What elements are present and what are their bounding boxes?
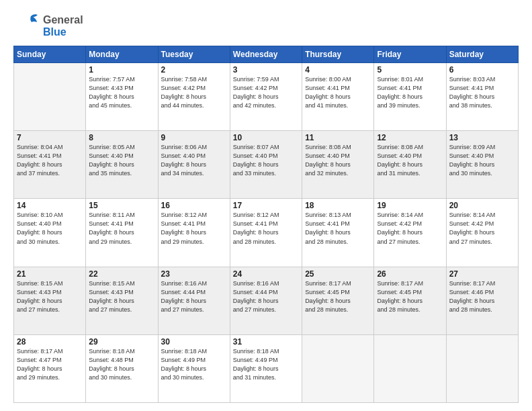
day-number: 20 [449, 201, 515, 210]
day-number: 5 [377, 65, 443, 75]
calendar-week-row: 14Sunrise: 8:10 AM Sunset: 4:40 PM Dayli… [14, 199, 519, 267]
day-info: Sunrise: 8:01 AM Sunset: 4:41 PM Dayligh… [377, 75, 443, 110]
day-info: Sunrise: 8:18 AM Sunset: 4:48 PM Dayligh… [89, 347, 154, 382]
calendar-cell: 23Sunrise: 8:16 AM Sunset: 4:44 PM Dayli… [158, 267, 230, 334]
calendar-cell: 31Sunrise: 8:18 AM Sunset: 4:49 PM Dayli… [230, 334, 302, 402]
calendar-cell: 22Sunrise: 8:15 AM Sunset: 4:43 PM Dayli… [86, 267, 158, 334]
calendar-header-tuesday: Tuesday [158, 46, 230, 63]
day-number: 2 [161, 65, 227, 75]
day-number: 30 [161, 337, 227, 347]
calendar-cell: 3Sunrise: 7:59 AM Sunset: 4:42 PM Daylig… [230, 63, 302, 131]
day-info: Sunrise: 7:57 AM Sunset: 4:43 PM Dayligh… [89, 75, 154, 110]
header: General Blue [13, 12, 519, 40]
day-info: Sunrise: 8:17 AM Sunset: 4:45 PM Dayligh… [377, 279, 443, 314]
calendar-cell: 11Sunrise: 8:08 AM Sunset: 4:40 PM Dayli… [302, 131, 374, 199]
calendar-cell: 16Sunrise: 8:12 AM Sunset: 4:41 PM Dayli… [158, 199, 230, 267]
calendar-week-row: 7Sunrise: 8:04 AM Sunset: 4:41 PM Daylig… [14, 131, 519, 199]
day-number: 16 [161, 201, 227, 210]
calendar-week-row: 28Sunrise: 8:17 AM Sunset: 4:47 PM Dayli… [14, 334, 519, 402]
calendar-cell [446, 334, 518, 402]
day-number: 14 [17, 201, 83, 210]
calendar-header-saturday: Saturday [446, 46, 518, 63]
calendar-header-wednesday: Wednesday [230, 46, 302, 63]
day-number: 21 [17, 269, 83, 279]
calendar-cell [14, 63, 86, 131]
calendar-header-monday: Monday [86, 46, 158, 63]
calendar-cell: 10Sunrise: 8:07 AM Sunset: 4:40 PM Dayli… [230, 131, 302, 199]
day-number: 11 [305, 133, 371, 142]
day-info: Sunrise: 8:08 AM Sunset: 4:40 PM Dayligh… [377, 143, 443, 178]
calendar-cell: 24Sunrise: 8:16 AM Sunset: 4:44 PM Dayli… [230, 267, 302, 334]
day-info: Sunrise: 7:58 AM Sunset: 4:42 PM Dayligh… [161, 75, 227, 110]
day-info: Sunrise: 7:59 AM Sunset: 4:42 PM Dayligh… [233, 75, 299, 110]
calendar-cell: 6Sunrise: 8:03 AM Sunset: 4:41 PM Daylig… [446, 63, 518, 131]
calendar-cell: 2Sunrise: 7:58 AM Sunset: 4:42 PM Daylig… [158, 63, 230, 131]
day-number: 1 [89, 65, 154, 75]
calendar-week-row: 21Sunrise: 8:15 AM Sunset: 4:43 PM Dayli… [14, 267, 519, 334]
day-number: 22 [89, 269, 154, 279]
day-info: Sunrise: 8:18 AM Sunset: 4:49 PM Dayligh… [161, 347, 227, 382]
day-number: 10 [233, 133, 299, 142]
day-number: 24 [233, 269, 299, 279]
calendar-cell: 8Sunrise: 8:05 AM Sunset: 4:40 PM Daylig… [86, 131, 158, 199]
calendar-cell: 21Sunrise: 8:15 AM Sunset: 4:43 PM Dayli… [14, 267, 86, 334]
day-number: 12 [377, 133, 443, 142]
day-info: Sunrise: 8:18 AM Sunset: 4:49 PM Dayligh… [233, 347, 299, 382]
calendar-header-friday: Friday [374, 46, 446, 63]
day-number: 31 [233, 337, 299, 347]
day-info: Sunrise: 8:09 AM Sunset: 4:40 PM Dayligh… [449, 143, 515, 178]
day-number: 26 [377, 269, 443, 279]
calendar-cell: 15Sunrise: 8:11 AM Sunset: 4:41 PM Dayli… [86, 199, 158, 267]
day-info: Sunrise: 8:04 AM Sunset: 4:41 PM Dayligh… [17, 143, 83, 178]
calendar-cell: 9Sunrise: 8:06 AM Sunset: 4:40 PM Daylig… [158, 131, 230, 199]
calendar-cell: 1Sunrise: 7:57 AM Sunset: 4:43 PM Daylig… [86, 63, 158, 131]
day-info: Sunrise: 8:10 AM Sunset: 4:40 PM Dayligh… [17, 211, 83, 246]
day-number: 8 [89, 133, 154, 142]
day-info: Sunrise: 8:03 AM Sunset: 4:41 PM Dayligh… [449, 75, 515, 110]
calendar-cell: 20Sunrise: 8:14 AM Sunset: 4:42 PM Dayli… [446, 199, 518, 267]
day-info: Sunrise: 8:06 AM Sunset: 4:40 PM Dayligh… [161, 143, 227, 178]
day-info: Sunrise: 8:17 AM Sunset: 4:46 PM Dayligh… [449, 279, 515, 314]
day-number: 17 [233, 201, 299, 210]
day-info: Sunrise: 8:15 AM Sunset: 4:43 PM Dayligh… [89, 279, 154, 314]
day-info: Sunrise: 8:12 AM Sunset: 4:41 PM Dayligh… [161, 211, 227, 246]
day-number: 13 [449, 133, 515, 142]
day-info: Sunrise: 8:00 AM Sunset: 4:41 PM Dayligh… [305, 75, 371, 110]
day-info: Sunrise: 8:12 AM Sunset: 4:41 PM Dayligh… [233, 211, 299, 246]
day-number: 15 [89, 201, 154, 210]
calendar-cell: 13Sunrise: 8:09 AM Sunset: 4:40 PM Dayli… [446, 131, 518, 199]
calendar-cell: 5Sunrise: 8:01 AM Sunset: 4:41 PM Daylig… [374, 63, 446, 131]
day-info: Sunrise: 8:11 AM Sunset: 4:41 PM Dayligh… [89, 211, 154, 246]
calendar-cell: 29Sunrise: 8:18 AM Sunset: 4:48 PM Dayli… [86, 334, 158, 402]
logo-blue: Blue [43, 26, 83, 38]
day-info: Sunrise: 8:17 AM Sunset: 4:45 PM Dayligh… [305, 279, 371, 314]
calendar-cell: 27Sunrise: 8:17 AM Sunset: 4:46 PM Dayli… [446, 267, 518, 334]
day-info: Sunrise: 8:16 AM Sunset: 4:44 PM Dayligh… [233, 279, 299, 314]
day-number: 29 [89, 337, 154, 347]
calendar-cell: 19Sunrise: 8:14 AM Sunset: 4:42 PM Dayli… [374, 199, 446, 267]
day-number: 6 [449, 65, 515, 75]
day-info: Sunrise: 8:15 AM Sunset: 4:43 PM Dayligh… [17, 279, 83, 314]
day-info: Sunrise: 8:08 AM Sunset: 4:40 PM Dayligh… [305, 143, 371, 178]
calendar-cell [374, 334, 446, 402]
day-info: Sunrise: 8:05 AM Sunset: 4:40 PM Dayligh… [89, 143, 154, 178]
day-info: Sunrise: 8:13 AM Sunset: 4:41 PM Dayligh… [305, 211, 371, 246]
logo-svg [13, 12, 42, 40]
day-info: Sunrise: 8:07 AM Sunset: 4:40 PM Dayligh… [233, 143, 299, 178]
day-number: 18 [305, 201, 371, 210]
calendar-header-row: SundayMondayTuesdayWednesdayThursdayFrid… [14, 46, 519, 63]
calendar-week-row: 1Sunrise: 7:57 AM Sunset: 4:43 PM Daylig… [14, 63, 519, 131]
day-info: Sunrise: 8:14 AM Sunset: 4:42 PM Dayligh… [377, 211, 443, 246]
calendar-header-sunday: Sunday [14, 46, 86, 63]
day-info: Sunrise: 8:14 AM Sunset: 4:42 PM Dayligh… [449, 211, 515, 246]
day-number: 7 [17, 133, 83, 142]
calendar-cell: 30Sunrise: 8:18 AM Sunset: 4:49 PM Dayli… [158, 334, 230, 402]
calendar-cell: 17Sunrise: 8:12 AM Sunset: 4:41 PM Dayli… [230, 199, 302, 267]
calendar-cell: 18Sunrise: 8:13 AM Sunset: 4:41 PM Dayli… [302, 199, 374, 267]
day-number: 4 [305, 65, 371, 75]
calendar-cell: 4Sunrise: 8:00 AM Sunset: 4:41 PM Daylig… [302, 63, 374, 131]
calendar-cell: 7Sunrise: 8:04 AM Sunset: 4:41 PM Daylig… [14, 131, 86, 199]
calendar-cell: 14Sunrise: 8:10 AM Sunset: 4:40 PM Dayli… [14, 199, 86, 267]
calendar-cell: 12Sunrise: 8:08 AM Sunset: 4:40 PM Dayli… [374, 131, 446, 199]
calendar-cell: 28Sunrise: 8:17 AM Sunset: 4:47 PM Dayli… [14, 334, 86, 402]
